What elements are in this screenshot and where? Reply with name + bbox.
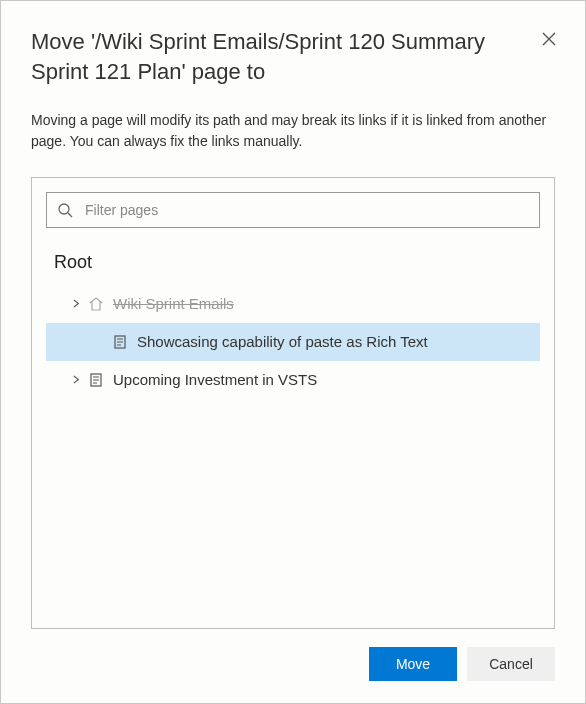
tree-item-showcasing-paste[interactable]: Showcasing capability of paste as Rich T… (46, 323, 540, 361)
tree-item-upcoming-investment[interactable]: Upcoming Investment in VSTS (46, 361, 540, 399)
close-icon[interactable] (541, 31, 557, 47)
page-icon (88, 372, 104, 388)
dialog-title: Move '/Wiki Sprint Emails/Sprint 120 Sum… (31, 27, 525, 86)
tree-list: Wiki Sprint Emails Showcasing capability… (46, 285, 540, 399)
tree-item-label: Upcoming Investment in VSTS (113, 371, 317, 388)
search-box[interactable] (46, 192, 540, 228)
chevron-right-icon[interactable] (64, 375, 88, 384)
page-icon (112, 334, 128, 350)
move-button[interactable]: Move (369, 647, 457, 681)
tree-item-label: Showcasing capability of paste as Rich T… (137, 333, 428, 350)
svg-line-1 (68, 213, 72, 217)
dialog-description: Moving a page will modify its path and m… (31, 110, 555, 151)
move-page-dialog: Move '/Wiki Sprint Emails/Sprint 120 Sum… (0, 0, 586, 704)
tree-item-wiki-sprint-emails: Wiki Sprint Emails (46, 285, 540, 323)
cancel-button[interactable]: Cancel (467, 647, 555, 681)
chevron-right-icon[interactable] (64, 299, 88, 308)
dialog-footer: Move Cancel (31, 629, 555, 681)
search-input[interactable] (83, 201, 529, 219)
search-icon (57, 202, 73, 218)
svg-point-0 (59, 204, 69, 214)
tree-item-label: Wiki Sprint Emails (113, 295, 234, 312)
tree-root-label: Root (46, 248, 540, 285)
tree-panel: Root Wiki Sprint Emails Showcasing capab… (31, 177, 555, 629)
home-icon (88, 296, 104, 312)
